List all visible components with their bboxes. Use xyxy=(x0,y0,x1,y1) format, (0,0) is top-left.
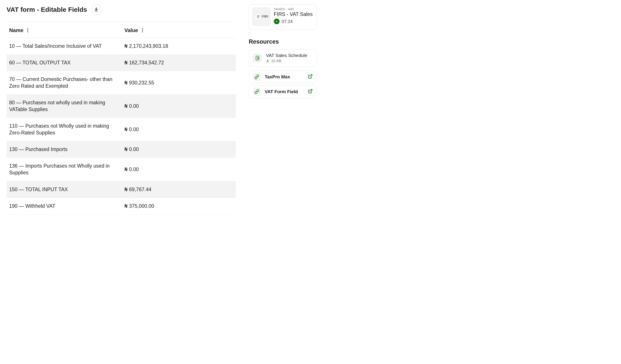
cell-name: 10 — Total Sales/Income Inclusive of VAT xyxy=(9,43,124,50)
resource-link-card[interactable]: TaxPro Max xyxy=(249,70,317,83)
page-header: VAT form - Editable Fields xyxy=(7,4,236,22)
play-icon xyxy=(274,18,279,24)
sidebar: 🛡️ FIRS TAXES · VAT FIRS - VAT Sales 07:… xyxy=(249,4,317,214)
download-small-icon xyxy=(266,59,270,63)
link-icon xyxy=(253,88,261,96)
cell-value: ₦ 930,232.55 xyxy=(124,80,233,86)
resource-link-title: VAT Form Field xyxy=(265,89,304,94)
table-header-row: Name Value xyxy=(7,22,236,38)
cell-value: ₦ 375,000.00 xyxy=(124,203,233,209)
page-title: VAT form - Editable Fields xyxy=(7,6,87,13)
column-menu-name[interactable] xyxy=(26,28,29,33)
video-title: FIRS - VAT Sales xyxy=(274,11,313,17)
table-row: 10 — Total Sales/Income Inclusive of VAT… xyxy=(7,38,236,54)
table-row: 150 — TOTAL INPUT TAX₦ 69,767.44 xyxy=(7,181,236,198)
video-duration: 07:24 xyxy=(282,19,293,24)
cell-value: ₦ 0.00 xyxy=(124,167,233,173)
column-header-value: Value xyxy=(124,27,138,33)
cell-value: ₦ 0.00 xyxy=(124,146,233,152)
table-row: 80 — Purchases not wholly used in making… xyxy=(7,94,236,118)
cell-name: 130 — Purchased Imports xyxy=(9,146,124,153)
video-meta: TAXES · VAT xyxy=(274,7,313,11)
resource-file-card[interactable]: VAT Sales Schedule 15 KB xyxy=(249,50,317,67)
cell-value: ₦ 162,734,542.72 xyxy=(124,60,233,66)
cell-value: ₦ 69,767.44 xyxy=(124,187,233,192)
cell-value: ₦ 0.00 xyxy=(124,127,233,132)
cell-value: ₦ 2,170,243,903.18 xyxy=(124,43,233,49)
cell-value: ₦ 0.00 xyxy=(124,103,233,109)
cell-name: 70 — Current Domestic Purchases- other t… xyxy=(9,76,124,89)
resource-file-title: VAT Sales Schedule xyxy=(266,53,313,58)
external-link-icon xyxy=(308,74,313,80)
download-button[interactable] xyxy=(91,4,102,15)
cell-name: 110 — Purchases not Wholly used in makin… xyxy=(9,123,124,136)
table-row: 130 — Purchased Imports₦ 0.00 xyxy=(7,141,236,158)
video-thumbnail: 🛡️ FIRS xyxy=(252,7,271,26)
cell-name: 136 — Imports Purchases not Wholly used … xyxy=(9,163,124,176)
resources-heading: Resources xyxy=(249,38,317,45)
column-header-name: Name xyxy=(9,27,23,33)
table-row: 60 — TOTAL OUTPUT TAX₦ 162,734,542.72 xyxy=(7,54,236,71)
link-icon xyxy=(253,73,261,81)
download-icon xyxy=(94,7,99,12)
file-attachment-icon xyxy=(253,53,262,63)
firs-logo: FIRS xyxy=(262,15,268,18)
table-row: 190 — Withheld VAT₦ 375,000.00 xyxy=(7,198,236,214)
external-link-icon xyxy=(308,89,313,94)
video-card[interactable]: 🛡️ FIRS TAXES · VAT FIRS - VAT Sales 07:… xyxy=(249,4,317,30)
cell-name: 190 — Withheld VAT xyxy=(9,203,124,209)
resource-link-card[interactable]: VAT Form Field xyxy=(249,85,317,98)
resource-file-size: 15 KB xyxy=(271,59,281,63)
cell-name: 150 — TOTAL INPUT TAX xyxy=(9,186,124,193)
cell-name: 80 — Purchases not wholly used in making… xyxy=(9,99,124,113)
coat-of-arms-icon: 🛡️ xyxy=(255,13,261,20)
column-menu-value[interactable] xyxy=(141,28,144,33)
table-row: 70 — Current Domestic Purchases- other t… xyxy=(7,71,236,94)
resource-link-title: TaxPro Max xyxy=(265,74,304,79)
table-row: 136 — Imports Purchases not Wholly used … xyxy=(7,158,236,181)
vat-fields-table: Name Value 10 — Total Sales/Income Inclu… xyxy=(7,22,236,214)
cell-name: 60 — TOTAL OUTPUT TAX xyxy=(9,59,124,66)
table-row: 110 — Purchases not Wholly used in makin… xyxy=(7,118,236,141)
